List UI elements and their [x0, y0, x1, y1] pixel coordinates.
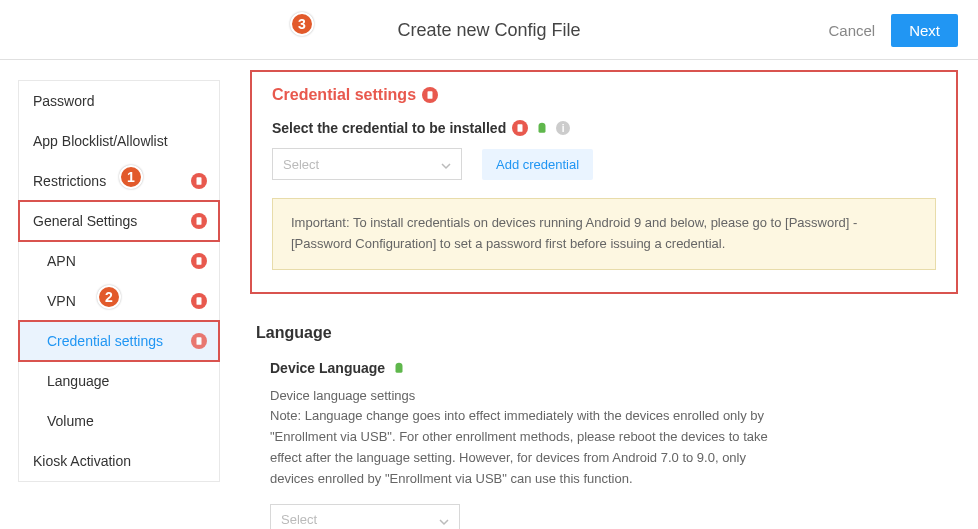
dialog-title: Create new Config File [397, 20, 580, 41]
callout-1: 1 [119, 165, 143, 189]
select-placeholder: Select [281, 512, 317, 527]
sidebar-item-label: Restrictions [33, 173, 106, 189]
callout-3: 3 [290, 12, 314, 36]
chevron-down-icon [439, 515, 449, 525]
panel-sub-text: Select the credential to be installed [272, 120, 506, 136]
language-title: Language [256, 324, 952, 342]
svg-rect-0 [197, 177, 202, 185]
sidebar-item-apn[interactable]: APN [19, 241, 219, 281]
mdm-icon [191, 253, 207, 269]
sidebar-item-vpn[interactable]: VPN 2 [19, 281, 219, 321]
svg-rect-5 [428, 91, 433, 99]
dialog-header: Create new Config File Cancel Next [0, 0, 978, 60]
sidebar-item-restrictions[interactable]: Restrictions 1 [19, 161, 219, 201]
svg-rect-3 [197, 297, 202, 305]
sidebar-card: Password App Blocklist/Allowlist Restric… [18, 80, 220, 482]
language-desc-line: Device language settings [270, 388, 415, 403]
credential-select-row: Select Add credential [272, 148, 936, 180]
mdm-icon [191, 173, 207, 189]
svg-rect-4 [197, 337, 202, 345]
android-icon [534, 120, 550, 136]
sidebar-item-label: Password [33, 93, 94, 109]
header-actions: Cancel Next [822, 14, 958, 47]
credential-settings-title: Credential settings [272, 86, 936, 104]
sidebar-item-label: App Blocklist/Allowlist [33, 133, 168, 149]
mdm-icon [191, 293, 207, 309]
sidebar-item-label: General Settings [33, 213, 137, 229]
credential-settings-panel: Credential settings Select the credentia… [250, 70, 958, 294]
svg-rect-6 [518, 124, 523, 132]
credential-notice: Important: To install credentials on dev… [272, 198, 936, 270]
section-sub-text: Device Language [270, 360, 385, 376]
language-note-line: Note: Language change goes into effect i… [270, 408, 768, 485]
add-credential-button[interactable]: Add credential [482, 149, 593, 180]
mdm-icon [422, 87, 438, 103]
sidebar-item-language[interactable]: Language [19, 361, 219, 401]
sidebar-item-volume[interactable]: Volume [19, 401, 219, 441]
sidebar-item-label: Credential settings [47, 333, 163, 349]
next-button[interactable]: Next [891, 14, 958, 47]
mdm-icon [512, 120, 528, 136]
sidebar: Password App Blocklist/Allowlist Restric… [0, 60, 230, 529]
sidebar-item-credential-settings[interactable]: Credential settings [19, 321, 219, 361]
chevron-down-icon [441, 159, 451, 169]
main-content: Credential settings Select the credentia… [230, 60, 978, 529]
sidebar-item-label: APN [47, 253, 76, 269]
callout-2: 2 [97, 285, 121, 309]
credential-select[interactable]: Select [272, 148, 462, 180]
sidebar-item-label: Language [47, 373, 109, 389]
sidebar-item-password[interactable]: Password [19, 81, 219, 121]
device-language-subtitle: Device Language [256, 360, 952, 376]
android-icon [391, 360, 407, 376]
cancel-button[interactable]: Cancel [822, 14, 881, 47]
sidebar-item-label: VPN [47, 293, 76, 309]
sidebar-item-app-blocklist[interactable]: App Blocklist/Allowlist [19, 121, 219, 161]
sidebar-item-label: Kiosk Activation [33, 453, 131, 469]
sidebar-item-general-settings[interactable]: General Settings [19, 201, 219, 241]
language-select[interactable]: Select [270, 504, 460, 529]
select-placeholder: Select [283, 157, 319, 172]
credential-subtitle: Select the credential to be installed i [272, 120, 936, 136]
info-icon[interactable]: i [556, 121, 570, 135]
language-section: Language Device Language Device language… [250, 324, 958, 529]
sidebar-item-label: Volume [47, 413, 94, 429]
mdm-icon [191, 333, 207, 349]
language-description: Device language settings Note: Language … [256, 386, 776, 490]
mdm-icon [191, 213, 207, 229]
svg-rect-2 [197, 257, 202, 265]
svg-rect-1 [197, 217, 202, 225]
sidebar-item-kiosk-activation[interactable]: Kiosk Activation [19, 441, 219, 481]
panel-title-text: Credential settings [272, 86, 416, 104]
